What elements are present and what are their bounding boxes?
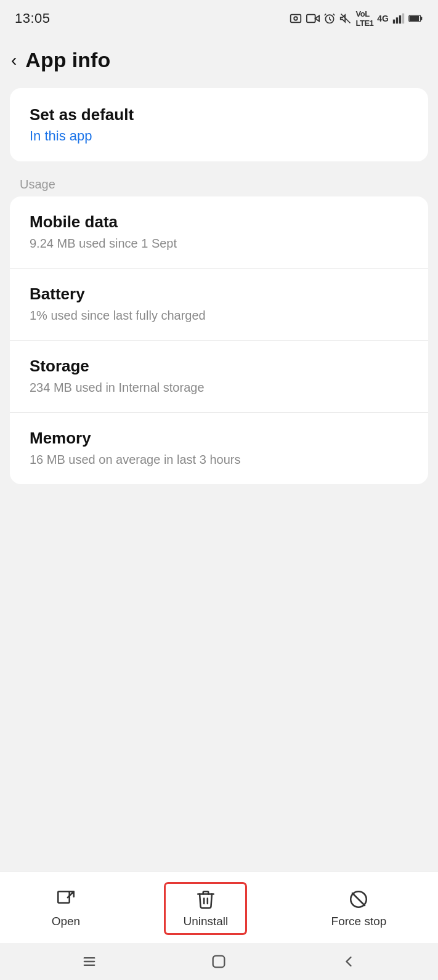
usage-card: Mobile data 9.24 MB used since 1 Sept Ba… xyxy=(10,196,428,484)
signal-bars-icon xyxy=(392,12,405,25)
back-nav-icon[interactable] xyxy=(340,953,357,970)
uninstall-button[interactable]: Uninstall xyxy=(166,884,245,933)
svg-line-14 xyxy=(352,893,365,905)
force-stop-icon xyxy=(348,889,369,910)
alarm-icon xyxy=(323,12,336,25)
action-bar: Open Uninstall Force stop xyxy=(0,871,438,943)
svg-point-1 xyxy=(294,17,298,20)
battery-item[interactable]: Battery 1% used since last fully charged xyxy=(10,269,428,341)
open-label: Open xyxy=(52,915,80,928)
status-icons: VoLLTE1 4G xyxy=(289,9,423,28)
svg-marker-2 xyxy=(315,15,319,21)
home-nav-icon[interactable] xyxy=(210,953,227,970)
open-icon xyxy=(55,889,76,910)
mobile-data-desc: 9.24 MB used since 1 Sept xyxy=(30,235,408,252)
memory-desc: 16 MB used on average in last 3 hours xyxy=(30,451,408,468)
set-as-default-title: Set as default xyxy=(30,105,408,124)
battery-title: Battery xyxy=(30,285,408,304)
svg-rect-5 xyxy=(393,20,395,24)
nav-bar xyxy=(0,943,438,980)
svg-rect-11 xyxy=(410,16,419,22)
force-stop-button[interactable]: Force stop xyxy=(314,884,404,933)
svg-rect-10 xyxy=(421,17,423,20)
set-as-default-card[interactable]: Set as default In this app xyxy=(10,88,428,161)
force-stop-label: Force stop xyxy=(331,915,387,928)
status-time: 13:05 xyxy=(15,10,51,26)
video-icon xyxy=(306,12,320,25)
network-label: VoLLTE1 xyxy=(355,9,373,28)
usage-section-label: Usage xyxy=(0,166,438,196)
header: ‹ App info xyxy=(0,37,438,83)
svg-rect-7 xyxy=(399,15,401,23)
storage-title: Storage xyxy=(30,357,408,376)
battery-desc: 1% used since last fully charged xyxy=(30,307,408,324)
back-button[interactable]: ‹ xyxy=(11,52,17,69)
photo-icon xyxy=(289,12,302,25)
storage-item[interactable]: Storage 234 MB used in Internal storage xyxy=(10,341,428,413)
mute-icon xyxy=(339,12,352,25)
mobile-data-title: Mobile data xyxy=(30,213,408,232)
memory-item[interactable]: Memory 16 MB used on average in last 3 h… xyxy=(10,413,428,484)
uninstall-label: Uninstall xyxy=(183,915,228,928)
recents-nav-icon[interactable] xyxy=(81,953,98,970)
svg-rect-6 xyxy=(396,17,398,23)
in-this-app-link[interactable]: In this app xyxy=(30,128,408,144)
svg-rect-3 xyxy=(307,15,315,23)
svg-rect-8 xyxy=(402,14,404,24)
battery-icon xyxy=(408,12,423,25)
svg-rect-0 xyxy=(291,15,301,23)
status-bar: 13:05 VoLLTE1 4G xyxy=(0,0,438,37)
open-button[interactable]: Open xyxy=(34,884,97,933)
storage-desc: 234 MB used in Internal storage xyxy=(30,379,408,396)
4g-label: 4G xyxy=(377,14,389,23)
page-title: App info xyxy=(25,48,110,72)
memory-title: Memory xyxy=(30,429,408,448)
mobile-data-item[interactable]: Mobile data 9.24 MB used since 1 Sept xyxy=(10,196,428,269)
uninstall-icon xyxy=(195,889,216,910)
svg-rect-18 xyxy=(213,956,225,968)
